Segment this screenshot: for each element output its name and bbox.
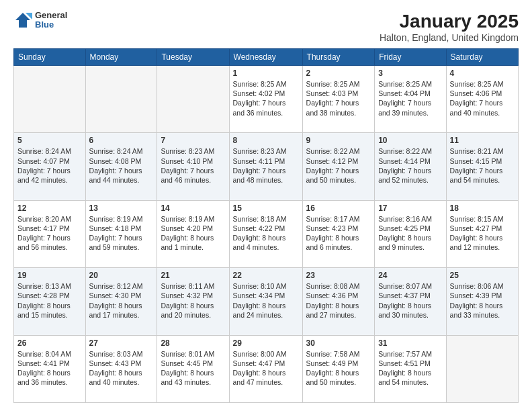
day-info: Sunrise: 8:20 AMSunset: 4:17 PMDaylight:…: [17, 214, 82, 253]
day-number: 30: [306, 338, 371, 348]
table-row: [157, 66, 229, 133]
day-info: Sunrise: 8:08 AMSunset: 4:36 PMDaylight:…: [306, 281, 371, 320]
day-info: Sunrise: 8:24 AMSunset: 4:08 PMDaylight:…: [89, 146, 154, 185]
day-info: Sunrise: 8:07 AMSunset: 4:37 PMDaylight:…: [378, 281, 442, 320]
table-row: 1Sunrise: 8:25 AMSunset: 4:02 PMDaylight…: [229, 66, 302, 133]
day-info: Sunrise: 8:19 AMSunset: 4:18 PMDaylight:…: [89, 214, 154, 253]
table-row: 4Sunrise: 8:25 AMSunset: 4:06 PMDaylight…: [446, 66, 518, 133]
table-row: 26Sunrise: 8:04 AMSunset: 4:41 PMDayligh…: [14, 335, 86, 402]
table-row: 14Sunrise: 8:19 AMSunset: 4:20 PMDayligh…: [157, 200, 229, 267]
table-row: 25Sunrise: 8:06 AMSunset: 4:39 PMDayligh…: [446, 268, 518, 335]
month-title: January 2025: [380, 11, 519, 32]
day-number: 18: [450, 203, 515, 213]
day-info: Sunrise: 8:24 AMSunset: 4:07 PMDaylight:…: [17, 146, 82, 185]
table-row: 15Sunrise: 8:18 AMSunset: 4:22 PMDayligh…: [229, 200, 302, 267]
table-row: 5Sunrise: 8:24 AMSunset: 4:07 PMDaylight…: [14, 133, 86, 200]
day-number: 23: [306, 271, 371, 280]
day-number: 9: [306, 136, 371, 145]
col-wednesday: Wednesday: [229, 49, 302, 66]
day-info: Sunrise: 8:04 AMSunset: 4:41 PMDaylight:…: [17, 349, 82, 387]
table-row: 16Sunrise: 8:17 AMSunset: 4:23 PMDayligh…: [302, 200, 375, 267]
col-friday: Friday: [375, 49, 446, 66]
day-info: Sunrise: 8:06 AMSunset: 4:39 PMDaylight:…: [450, 281, 515, 320]
col-sunday: Sunday: [14, 49, 86, 66]
day-info: Sunrise: 7:58 AMSunset: 4:49 PMDaylight:…: [306, 349, 371, 387]
table-row: 22Sunrise: 8:10 AMSunset: 4:34 PMDayligh…: [229, 268, 302, 335]
table-row: 12Sunrise: 8:20 AMSunset: 4:17 PMDayligh…: [14, 200, 86, 267]
day-info: Sunrise: 7:57 AMSunset: 4:51 PMDaylight:…: [378, 349, 442, 387]
table-row: [446, 335, 518, 402]
table-row: 21Sunrise: 8:11 AMSunset: 4:32 PMDayligh…: [157, 268, 229, 335]
calendar-week-row: 5Sunrise: 8:24 AMSunset: 4:07 PMDaylight…: [14, 133, 519, 200]
day-info: Sunrise: 8:25 AMSunset: 4:04 PMDaylight:…: [378, 79, 442, 118]
day-number: 1: [233, 68, 299, 78]
logo: General Blue: [13, 11, 67, 30]
table-row: [85, 66, 157, 133]
day-info: Sunrise: 8:13 AMSunset: 4:28 PMDaylight:…: [17, 281, 82, 320]
logo-icon: [13, 11, 32, 30]
logo-text: General Blue: [35, 11, 67, 30]
day-info: Sunrise: 8:18 AMSunset: 4:22 PMDaylight:…: [233, 214, 299, 253]
day-info: Sunrise: 8:00 AMSunset: 4:47 PMDaylight:…: [233, 349, 299, 387]
logo-blue-label: Blue: [35, 20, 67, 30]
table-row: 17Sunrise: 8:16 AMSunset: 4:25 PMDayligh…: [375, 200, 446, 267]
col-monday: Monday: [85, 49, 157, 66]
table-row: 13Sunrise: 8:19 AMSunset: 4:18 PMDayligh…: [85, 200, 157, 267]
day-number: 13: [89, 203, 154, 213]
day-info: Sunrise: 8:19 AMSunset: 4:20 PMDaylight:…: [161, 214, 225, 253]
day-number: 31: [378, 338, 442, 348]
table-row: 9Sunrise: 8:22 AMSunset: 4:12 PMDaylight…: [302, 133, 375, 200]
day-info: Sunrise: 8:21 AMSunset: 4:15 PMDaylight:…: [450, 146, 515, 185]
logo-general-label: General: [35, 11, 67, 20]
day-number: 3: [378, 68, 442, 78]
day-info: Sunrise: 8:22 AMSunset: 4:14 PMDaylight:…: [378, 146, 442, 185]
day-info: Sunrise: 8:25 AMSunset: 4:02 PMDaylight:…: [233, 79, 299, 118]
day-number: 29: [233, 338, 299, 348]
table-row: 28Sunrise: 8:01 AMSunset: 4:45 PMDayligh…: [157, 335, 229, 402]
day-info: Sunrise: 8:25 AMSunset: 4:03 PMDaylight:…: [306, 79, 371, 118]
table-row: 10Sunrise: 8:22 AMSunset: 4:14 PMDayligh…: [375, 133, 446, 200]
table-row: 7Sunrise: 8:23 AMSunset: 4:10 PMDaylight…: [157, 133, 229, 200]
day-info: Sunrise: 8:01 AMSunset: 4:45 PMDaylight:…: [161, 349, 225, 387]
day-info: Sunrise: 8:23 AMSunset: 4:11 PMDaylight:…: [233, 146, 299, 185]
day-info: Sunrise: 8:10 AMSunset: 4:34 PMDaylight:…: [233, 281, 299, 320]
table-row: 19Sunrise: 8:13 AMSunset: 4:28 PMDayligh…: [14, 268, 86, 335]
table-row: 18Sunrise: 8:15 AMSunset: 4:27 PMDayligh…: [446, 200, 518, 267]
day-number: 27: [89, 338, 154, 348]
day-info: Sunrise: 8:16 AMSunset: 4:25 PMDaylight:…: [378, 214, 442, 253]
day-number: 25: [450, 271, 515, 280]
table-row: 3Sunrise: 8:25 AMSunset: 4:04 PMDaylight…: [375, 66, 446, 133]
day-number: 26: [17, 338, 82, 348]
day-info: Sunrise: 8:17 AMSunset: 4:23 PMDaylight:…: [306, 214, 371, 253]
day-number: 17: [378, 203, 442, 213]
day-number: 22: [233, 271, 299, 280]
day-number: 7: [161, 136, 225, 145]
day-number: 2: [306, 68, 371, 78]
table-row: 23Sunrise: 8:08 AMSunset: 4:36 PMDayligh…: [302, 268, 375, 335]
day-number: 20: [89, 271, 154, 280]
day-info: Sunrise: 8:03 AMSunset: 4:43 PMDaylight:…: [89, 349, 154, 387]
calendar-week-row: 1Sunrise: 8:25 AMSunset: 4:02 PMDaylight…: [14, 66, 519, 133]
location-title: Halton, England, United Kingdom: [380, 32, 519, 43]
day-number: 16: [306, 203, 371, 213]
table-row: 27Sunrise: 8:03 AMSunset: 4:43 PMDayligh…: [85, 335, 157, 402]
calendar-week-row: 26Sunrise: 8:04 AMSunset: 4:41 PMDayligh…: [14, 335, 519, 402]
day-number: 6: [89, 136, 154, 145]
table-row: 29Sunrise: 8:00 AMSunset: 4:47 PMDayligh…: [229, 335, 302, 402]
table-row: 6Sunrise: 8:24 AMSunset: 4:08 PMDaylight…: [85, 133, 157, 200]
table-row: 30Sunrise: 7:58 AMSunset: 4:49 PMDayligh…: [302, 335, 375, 402]
day-number: 14: [161, 203, 225, 213]
calendar-week-row: 19Sunrise: 8:13 AMSunset: 4:28 PMDayligh…: [14, 268, 519, 335]
day-number: 11: [450, 136, 515, 145]
day-info: Sunrise: 8:11 AMSunset: 4:32 PMDaylight:…: [161, 281, 225, 320]
day-info: Sunrise: 8:12 AMSunset: 4:30 PMDaylight:…: [89, 281, 154, 320]
col-thursday: Thursday: [302, 49, 375, 66]
col-tuesday: Tuesday: [157, 49, 229, 66]
day-number: 8: [233, 136, 299, 145]
day-info: Sunrise: 8:25 AMSunset: 4:06 PMDaylight:…: [450, 79, 515, 118]
calendar-week-row: 12Sunrise: 8:20 AMSunset: 4:17 PMDayligh…: [14, 200, 519, 267]
header: General Blue January 2025 Halton, Englan…: [13, 11, 519, 43]
day-number: 4: [450, 68, 515, 78]
table-row: [14, 66, 86, 133]
table-row: 2Sunrise: 8:25 AMSunset: 4:03 PMDaylight…: [302, 66, 375, 133]
